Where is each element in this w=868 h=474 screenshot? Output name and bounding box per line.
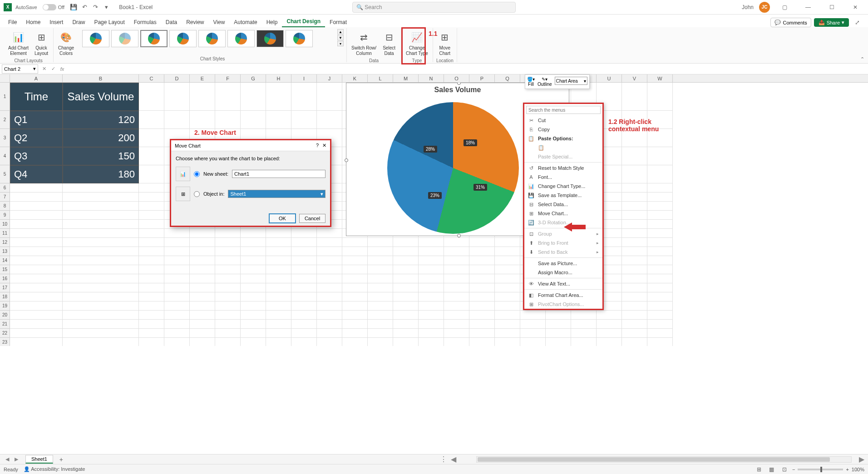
cell[interactable]: [190, 238, 215, 247]
cell[interactable]: [419, 265, 444, 274]
cell[interactable]: [393, 256, 419, 265]
cell[interactable]: [215, 265, 241, 274]
cell[interactable]: [342, 301, 368, 311]
table-cell[interactable]: 120: [63, 111, 139, 129]
cell[interactable]: [241, 329, 266, 338]
cell[interactable]: [342, 274, 368, 283]
cell[interactable]: [368, 329, 393, 338]
cell[interactable]: [266, 111, 291, 129]
cell[interactable]: [63, 338, 139, 346]
col-header-l[interactable]: L: [368, 74, 393, 82]
zoom-slider[interactable]: [798, 469, 843, 470]
cell[interactable]: [317, 238, 342, 247]
cell[interactable]: [241, 238, 266, 247]
tab-view[interactable]: View: [209, 17, 230, 27]
switch-row-column-button[interactable]: ⇄ Switch Row/ Column: [350, 29, 378, 57]
ctx-alt-text[interactable]: 👁View Alt Text...: [524, 279, 602, 288]
row-header[interactable]: 4: [0, 147, 10, 165]
cell[interactable]: [419, 256, 444, 265]
cell[interactable]: [63, 320, 139, 329]
row-header[interactable]: 6: [0, 183, 10, 193]
cell[interactable]: [444, 283, 469, 292]
cell[interactable]: [342, 329, 368, 338]
pie-chart[interactable]: [387, 102, 519, 234]
cell[interactable]: [444, 265, 469, 274]
cell[interactable]: [647, 283, 673, 292]
cell[interactable]: [190, 283, 215, 292]
cell[interactable]: [317, 247, 342, 256]
cell[interactable]: [164, 256, 190, 265]
cell[interactable]: [495, 265, 520, 274]
cell[interactable]: [368, 274, 393, 283]
cell[interactable]: [622, 220, 647, 229]
tab-page-layout[interactable]: Page Layout: [89, 17, 129, 27]
col-header-h[interactable]: H: [266, 74, 291, 82]
cell[interactable]: [215, 83, 241, 111]
zoom-out-icon[interactable]: −: [792, 467, 795, 472]
cell[interactable]: [571, 320, 597, 329]
cell[interactable]: [495, 320, 520, 329]
cell[interactable]: [342, 247, 368, 256]
cell[interactable]: [266, 247, 291, 256]
ctx-select-data[interactable]: ⊟Select Data...: [524, 200, 602, 209]
cell[interactable]: [317, 274, 342, 283]
cell[interactable]: [291, 301, 317, 311]
styles-scroll-up[interactable]: ▲: [337, 29, 344, 35]
col-header-g[interactable]: G: [241, 74, 266, 82]
cell[interactable]: [241, 265, 266, 274]
table-cell[interactable]: 180: [63, 165, 139, 183]
cell[interactable]: [291, 283, 317, 292]
maximize-icon[interactable]: ☐: [823, 1, 841, 14]
ctx-save-template[interactable]: 💾Save as Template...: [524, 191, 602, 200]
cell[interactable]: [393, 320, 419, 329]
cell[interactable]: [266, 265, 291, 274]
cell[interactable]: [393, 338, 419, 346]
cell[interactable]: [647, 338, 673, 346]
cell[interactable]: [10, 274, 63, 283]
cell[interactable]: [647, 329, 673, 338]
cell[interactable]: [266, 256, 291, 265]
row-header[interactable]: 13: [0, 247, 10, 256]
ctx-assign-macro[interactable]: Assign Macro...: [524, 268, 602, 277]
cell[interactable]: [63, 193, 139, 202]
cell[interactable]: [495, 274, 520, 283]
row-header[interactable]: 7: [0, 193, 10, 202]
cell[interactable]: [291, 329, 317, 338]
cell[interactable]: [419, 283, 444, 292]
cell[interactable]: [622, 265, 647, 274]
cell[interactable]: [317, 301, 342, 311]
cell[interactable]: [190, 329, 215, 338]
cell[interactable]: [139, 320, 164, 329]
cell[interactable]: [10, 247, 63, 256]
ribbon-display-icon[interactable]: ▢: [775, 1, 794, 14]
cell[interactable]: [241, 229, 266, 238]
cell[interactable]: [444, 238, 469, 247]
cell[interactable]: [10, 202, 63, 211]
view-page-break-icon[interactable]: ⊡: [779, 465, 789, 474]
col-header-f[interactable]: F: [215, 74, 241, 82]
cell[interactable]: [291, 238, 317, 247]
chart-style-2[interactable]: [111, 30, 138, 47]
cell[interactable]: [139, 129, 164, 147]
chart-style-6[interactable]: [227, 30, 255, 47]
cell[interactable]: [139, 292, 164, 301]
cell[interactable]: [597, 329, 622, 338]
chart-style-8[interactable]: [286, 30, 313, 47]
cell[interactable]: [469, 292, 495, 301]
cancel-formula-icon[interactable]: ✕: [40, 65, 48, 73]
cell[interactable]: [647, 165, 673, 183]
table-cell[interactable]: 200: [63, 129, 139, 147]
cell[interactable]: [419, 238, 444, 247]
row-header[interactable]: 3: [0, 129, 10, 147]
cell[interactable]: [469, 238, 495, 247]
cell[interactable]: [571, 338, 597, 346]
col-header-o[interactable]: O: [444, 74, 469, 82]
cell[interactable]: [291, 265, 317, 274]
cell[interactable]: [546, 338, 571, 346]
row-header[interactable]: 14: [0, 256, 10, 265]
cell[interactable]: [10, 320, 63, 329]
cell[interactable]: [495, 329, 520, 338]
cell[interactable]: [266, 274, 291, 283]
cell[interactable]: [647, 292, 673, 301]
redo-icon[interactable]: ↷: [91, 3, 100, 12]
